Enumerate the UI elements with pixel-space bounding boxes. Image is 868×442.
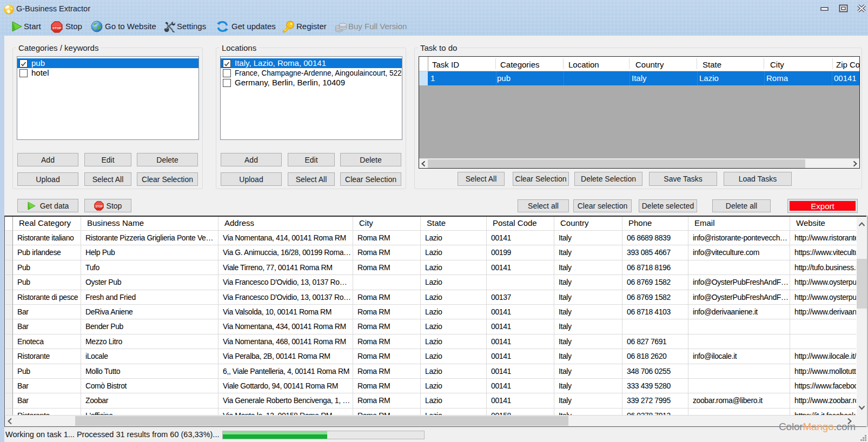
svg-text:STOP: STOP	[95, 204, 103, 207]
svg-text:STOP: STOP	[52, 26, 62, 30]
